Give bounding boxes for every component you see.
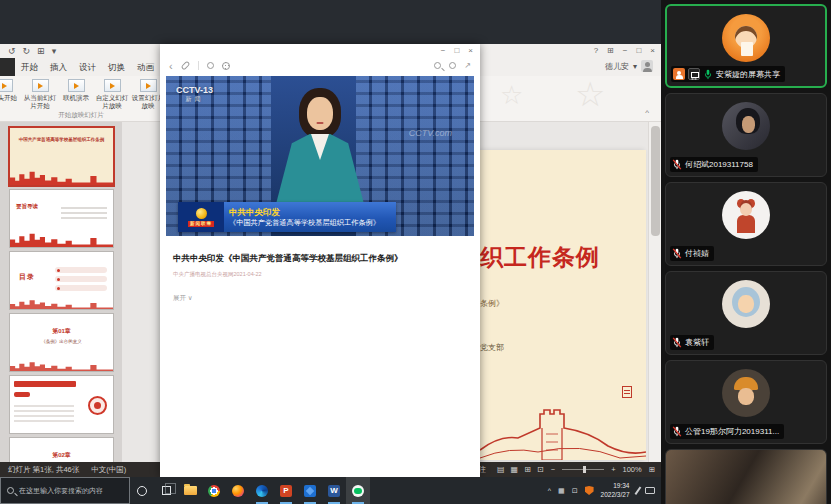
slide-sorter-view-icon[interactable]: ▦ [511, 465, 519, 474]
expand-button[interactable]: 展开 ∨ [173, 294, 467, 303]
ribbon-collapse-icon[interactable]: ^ [645, 108, 649, 117]
banner-line-2: 《中国共产党普通高等学校基层组织工作条例》 [229, 218, 391, 227]
zoom-slider[interactable] [562, 469, 604, 470]
share-icon[interactable]: ↗ [464, 61, 471, 70]
link-icon[interactable] [180, 61, 190, 71]
zoom-out-icon[interactable]: − [551, 465, 555, 474]
participant-tile[interactable]: 何绍斌2019311758 [665, 93, 827, 177]
slideshow-button-icon [32, 79, 49, 92]
powerpoint-button[interactable]: P [274, 477, 298, 504]
screen-share-icon [688, 68, 700, 80]
slide-thumbnail-5[interactable] [10, 376, 113, 433]
participant-tile[interactable]: 公管19那尔阿力2019311... [665, 360, 827, 444]
back-icon[interactable]: ‹ [169, 61, 173, 71]
zoom-slider-thumb[interactable] [583, 466, 586, 473]
word-button[interactable]: W [322, 477, 346, 504]
firefox-button[interactable] [226, 477, 250, 504]
tab-transitions[interactable]: 切换 [102, 58, 131, 76]
tab-animations[interactable]: 动画 [131, 58, 160, 76]
zoom-in-icon[interactable]: + [611, 465, 615, 474]
edge-button[interactable] [250, 477, 274, 504]
presenter-icon [673, 68, 685, 80]
blue-app-button[interactable] [298, 477, 322, 504]
participant-tile-sharing[interactable]: 安紫婕的屏幕共享 [665, 4, 827, 88]
slide-thumbnail-4[interactable]: 第01章 《条例》出台的意义 [10, 314, 113, 371]
participants-panel: 安紫婕的屏幕共享 何绍斌2019311758 [661, 0, 831, 504]
article-section: 中共中央印发《中国共产党普通高等学校基层组织工作条例》 中央广播电视总台央视网2… [160, 244, 480, 311]
participant-tile-partial[interactable] [665, 449, 827, 504]
taskbar-search[interactable] [0, 477, 130, 504]
touch-keyboard-icon[interactable] [645, 487, 655, 494]
redo-icon[interactable]: ↻ [23, 44, 31, 58]
tab-insert[interactable]: 插入 [44, 58, 73, 76]
windows-taskbar: P W ^ ▦ ⊡ 19:34 2022/3/27 [0, 477, 661, 504]
target-icon[interactable] [222, 62, 230, 70]
undo-icon[interactable]: ↺ [8, 44, 16, 58]
cortana-icon [137, 486, 147, 496]
tab-home[interactable]: 开始 [15, 58, 44, 76]
tab-file-stub[interactable] [0, 58, 15, 76]
scrollbar-thumb[interactable] [651, 126, 660, 236]
slide-scrollbar[interactable] [648, 122, 661, 462]
fit-slide-icon[interactable]: ⊞ [649, 465, 655, 474]
thumbnail-title: 要旨导读 [16, 203, 38, 210]
profile-icon[interactable] [449, 62, 456, 69]
account-name: 德儿安 [605, 61, 629, 72]
account-area[interactable]: 德儿安 ▾ [605, 60, 653, 72]
volume-icon[interactable]: ⊡ [572, 487, 578, 495]
avatar [722, 280, 770, 328]
language-indicator[interactable]: 中文(中国) [91, 465, 126, 475]
slideshow-view-icon[interactable]: ⊡ [537, 465, 544, 474]
participant-tile[interactable]: 付祯婧 [665, 182, 827, 266]
minimize-icon[interactable]: − [623, 44, 628, 58]
view-switcher: ▤ ▦ ⊞ ⊡ [493, 465, 544, 474]
slide-thumbnail-1[interactable]: 中国共产党普通高等学校基层组织工作条例 [10, 128, 113, 185]
from-current-slide-button[interactable]: 从当前幻灯片开始 [22, 79, 58, 110]
qat-caret-icon[interactable]: ▾ [52, 44, 57, 58]
slide-thumbnail-3[interactable]: 目录 [10, 252, 113, 309]
ribbon-group-label: 开始放映幻灯片 [26, 111, 136, 120]
refresh-icon[interactable] [207, 62, 214, 69]
maximize-icon[interactable]: □ [454, 46, 459, 55]
cortana-button[interactable] [130, 477, 154, 504]
account-caret-icon: ▾ [633, 62, 637, 71]
reading-view-icon[interactable]: ⊞ [524, 465, 531, 474]
participant-tile[interactable]: 袁紫轩 [665, 271, 827, 355]
search-input[interactable] [19, 487, 123, 494]
meeting-app-button[interactable] [346, 477, 370, 504]
slide-thumbnail-6[interactable]: 第02章 [10, 438, 113, 462]
pen-icon[interactable] [634, 486, 640, 494]
slide-thumbnail-2[interactable]: 要旨导读 [10, 190, 113, 247]
ribbon-display-options-icon[interactable]: ⊞ [607, 44, 614, 58]
minimize-icon[interactable]: − [441, 46, 446, 55]
zoom-icon[interactable] [434, 62, 441, 69]
normal-view-icon[interactable]: ▤ [497, 465, 505, 474]
help-icon[interactable]: ? [594, 44, 598, 58]
shared-screen-region: ↺ ↻ ⊞ ▾ ? ⊞ − □ × 开始 插入 设计 切换 [0, 0, 661, 504]
slideshow-button-group: 从头开始 从当前幻灯片开始 联机演示 自定义幻灯片放映 [0, 79, 166, 110]
custom-slideshow-button[interactable]: 自定义幻灯片放映 [94, 79, 130, 110]
file-explorer-button[interactable] [178, 477, 202, 504]
news-video-player[interactable]: CCTV-13 新闻 CCTV.com 新闻联播 中共中央印发 《中国共产党普通… [166, 76, 474, 236]
network-icon[interactable]: ▦ [558, 487, 565, 495]
slideshow-display-icon[interactable]: ⊞ [37, 44, 45, 58]
task-view-icon [162, 486, 171, 495]
thumbnail-chapter: 第02章 [10, 451, 113, 460]
security-shield-icon[interactable] [585, 486, 594, 495]
maximize-icon[interactable]: □ [636, 44, 641, 58]
close-icon[interactable]: × [650, 44, 655, 58]
close-icon[interactable]: × [468, 46, 473, 55]
article-source: 中央广播电视总台央视网2021-04-22 [173, 271, 467, 278]
tab-design[interactable]: 设计 [73, 58, 102, 76]
tray-expand-icon[interactable]: ^ [548, 487, 551, 494]
zoom-percent[interactable]: 100% [623, 465, 642, 474]
channel-logo: CCTV-13 新闻 [176, 85, 213, 103]
task-view-button[interactable] [154, 477, 178, 504]
present-online-button[interactable]: 联机演示 [58, 79, 94, 110]
from-beginning-button[interactable]: 从头开始 [0, 79, 22, 110]
taskbar-clock[interactable]: 19:34 2022/3/27 [601, 482, 630, 500]
chrome-button[interactable] [202, 477, 226, 504]
slide-thumbnail-panel[interactable]: 中国共产党普通高等学校基层组织工作条例 要旨导读 目录 第01章 [0, 122, 122, 462]
thumbnail-chapter: 第01章 [10, 327, 113, 336]
text-lines-graphic [61, 204, 107, 222]
